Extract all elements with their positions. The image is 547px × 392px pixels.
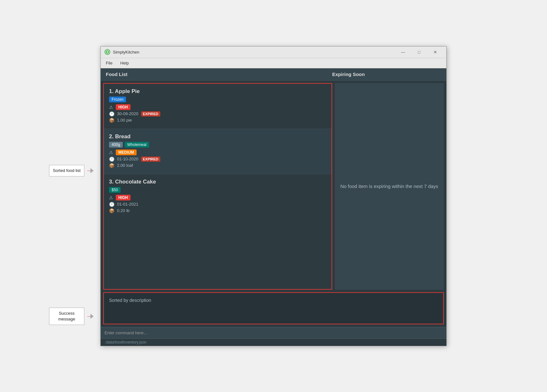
food-expiry-row: 🕐30-09-2020EXPIRED [109,111,326,116]
food-tag: 400g [109,142,123,148]
menubar: File Help [101,58,446,68]
expiring-panel: No food item is expiring within the next… [335,83,444,290]
food-quantity: 2.00 loaf [117,163,133,168]
food-item-name: 1. Apple Pie [109,88,326,95]
minimize-button[interactable]: — [396,47,410,56]
callout-success-message: Success message → [49,308,84,325]
bottom-area: Sorted by description .\data\foodInvento… [101,292,446,346]
food-expiry-row: 🕐01-10-2020EXPIRED [109,157,326,162]
food-list-panel[interactable]: 1. Apple PieFrozen⚠HIGH🕐30-09-2020EXPIRE… [103,83,332,290]
food-item: 3. Chocolate Cake$50⚠HIGH🕐01-01-2021📦0.2… [104,174,332,219]
food-item-tags: Frozen [109,97,326,102]
food-tag: $50 [109,187,121,193]
expired-badge: EXPIRED [141,111,160,116]
clock-icon: 🕐 [109,111,114,116]
food-priority-row: ⚠MEDIUM [109,149,326,155]
food-quantity-row: 📦1.00 pie [109,118,326,123]
food-tag: Frozen [109,97,126,102]
command-input[interactable] [105,329,442,337]
close-button[interactable]: ✕ [428,47,442,56]
command-input-area [101,327,446,338]
content-area: 1. Apple PieFrozen⚠HIGH🕐30-09-2020EXPIRE… [101,81,446,292]
food-item: 2. Bread400gWholemeal⚠MEDIUM🕐01-10-2020E… [104,129,332,174]
box-icon: 📦 [109,208,114,213]
food-item-name: 2. Bread [109,133,326,140]
warning-icon: ⚠ [109,105,113,110]
header-row: Food List Expiring Soon [101,68,446,81]
titlebar: SimplyKitchen — □ ✕ [101,47,446,58]
expiry-date: 01-10-2020 [117,157,139,161]
menu-file[interactable]: File [103,59,115,67]
expiring-header: Expiring Soon [332,72,441,77]
menu-help[interactable]: Help [118,59,131,67]
food-priority-row: ⚠HIGH [109,195,326,200]
success-box: Sorted by description [103,292,444,324]
status-bar: .\data\foodInventory.json [101,338,446,346]
success-text: Sorted by description [109,298,151,303]
titlebar-left: SimplyKitchen [105,49,139,55]
food-item-tags: $50 [109,187,326,193]
food-item-name: 3. Chocolate Cake [109,179,326,185]
food-quantity: 1.00 pie [117,118,132,123]
priority-badge: MEDIUM [116,149,137,155]
titlebar-controls: — □ ✕ [396,47,442,56]
food-list-header: Food List [106,72,332,77]
expiry-date: 30-09-2020 [117,111,139,116]
expired-badge: EXPIRED [141,157,160,162]
warning-icon: ⚠ [109,150,113,155]
clock-icon: 🕐 [109,157,114,162]
expiring-message: No food item is expiring within the next… [340,183,438,190]
food-quantity: 0.20 lb [117,208,130,213]
food-tag: Wholemeal [125,142,149,148]
box-icon: 📦 [109,163,114,168]
priority-badge: HIGH [116,104,130,110]
expiry-date: 01-01-2021 [117,202,139,207]
food-item-tags: 400gWholemeal [109,142,326,148]
food-expiry-row: 🕐01-01-2021 [109,202,326,207]
clock-icon: 🕐 [109,202,114,207]
callout-sorted-food-list: Sorted food list → [49,165,84,176]
maximize-button[interactable]: □ [412,47,426,56]
food-quantity-row: 📦0.20 lb [109,208,326,213]
success-arrow-icon: → [86,311,93,321]
app-icon [105,49,110,55]
sorted-arrow-icon: → [86,166,93,175]
warning-icon: ⚠ [109,195,113,200]
food-priority-row: ⚠HIGH [109,104,326,110]
food-item: 1. Apple PieFrozen⚠HIGH🕐30-09-2020EXPIRE… [104,84,332,129]
food-quantity-row: 📦2.00 loaf [109,163,326,168]
main-window: SimplyKitchen — □ ✕ File Help Food List … [100,46,447,346]
box-icon: 📦 [109,118,114,123]
app-title: SimplyKitchen [113,50,139,55]
priority-badge: HIGH [116,195,130,200]
status-path: .\data\foodInventory.json [105,340,147,345]
